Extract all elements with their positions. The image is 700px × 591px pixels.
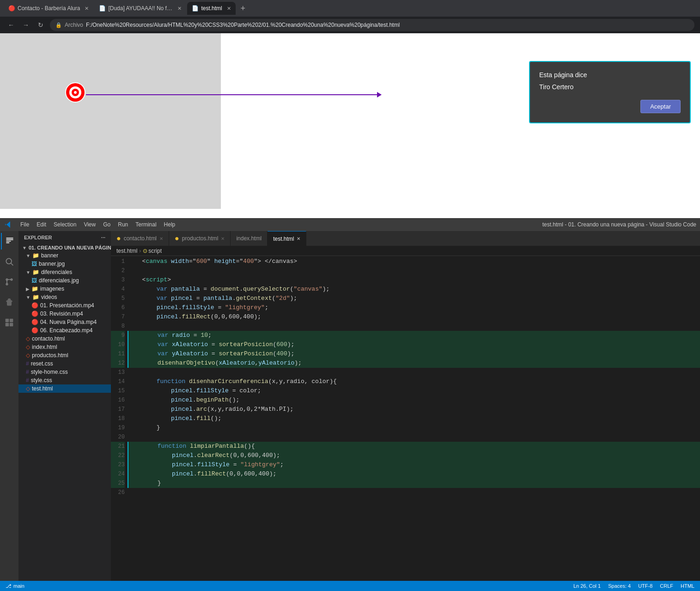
- address-url: F:/OneNote%20Resources/Alura/HTML%20y%20…: [86, 22, 400, 28]
- vscode-body: EXPLORER ··· ▼ 01. CREANDO UNA NUEVA PÁG…: [0, 231, 700, 581]
- back-button[interactable]: ←: [6, 19, 17, 30]
- file-icon-html: ◇: [26, 352, 30, 359]
- tab-contacto-label: contacto.html: [124, 235, 157, 242]
- menu-view[interactable]: View: [80, 218, 99, 231]
- file-style-home-css[interactable]: # style-home.css: [18, 368, 111, 376]
- tab-contacto-close[interactable]: ✕: [159, 236, 163, 241]
- chevron-down-icon: ▼: [22, 245, 27, 250]
- folder-banner[interactable]: ▼ 📁 banner: [18, 251, 111, 260]
- svg-point-9: [6, 283, 7, 285]
- code-lines[interactable]: <canvas width="600" height="400"> </canv…: [128, 256, 700, 581]
- file-icon-css: #: [26, 377, 29, 384]
- file-mp4-4-label: 06. Encabezado.mp4: [40, 327, 92, 334]
- menu-help[interactable]: Help: [160, 218, 179, 231]
- file-contacto-html[interactable]: ◇ contacto.html: [18, 335, 111, 343]
- statusbar-lang: HTML: [681, 583, 694, 589]
- sidebar-header-dots[interactable]: ···: [101, 235, 105, 240]
- file-productos-html[interactable]: ◇ productos.html: [18, 351, 111, 359]
- tab-2-title: [Duda] AYUDAAA!! No funciona: [108, 5, 173, 12]
- editor-tab-index[interactable]: index.html: [231, 231, 268, 246]
- tab-3[interactable]: 📄 test.html ✕: [187, 2, 235, 15]
- statusbar-branch-name: main: [13, 583, 24, 589]
- code-line-17: pincel.arc(x,y,radio,0,2*Math.PI);: [128, 405, 700, 414]
- file-diferenciales-jpg[interactable]: 🖼 diferenciales.jpg: [18, 276, 111, 285]
- file-banner-jpg[interactable]: 🖼 banner.jpg: [18, 260, 111, 268]
- file-mp4-2-label: 03. Revisión.mp4: [40, 311, 83, 317]
- activity-extensions[interactable]: [1, 314, 18, 331]
- editor-tab-test[interactable]: test.html ✕: [268, 231, 306, 246]
- reload-button[interactable]: ↻: [35, 19, 46, 30]
- tab-2[interactable]: 📄 [Duda] AYUDAAA!! No funciona ✕: [94, 2, 186, 15]
- activity-git[interactable]: [1, 274, 18, 290]
- svg-point-7: [6, 279, 7, 280]
- file-icon-mp4: 🔴: [31, 302, 38, 309]
- file-mp4-3[interactable]: 🔴 04. Nueva Página.mp4: [18, 318, 111, 326]
- new-tab-button[interactable]: +: [237, 2, 250, 15]
- file-style-css[interactable]: # style.css: [18, 376, 111, 384]
- editor-tab-productos[interactable]: ● productos.html ✕: [169, 231, 231, 246]
- tab-1[interactable]: 🔴 Contacto - Barbería Alura ✕: [4, 2, 93, 15]
- file-index-html[interactable]: ◇ index.html: [18, 343, 111, 351]
- file-reset-css[interactable]: # reset.css: [18, 359, 111, 368]
- vscode-icon: [4, 220, 13, 229]
- menu-file[interactable]: File: [17, 218, 33, 231]
- code-line-24: pincel.fillRect(0,0,600,400);: [128, 469, 700, 479]
- statusbar-encoding: UTF-8: [638, 583, 652, 589]
- project-root[interactable]: ▼ 01. CREANDO UNA NUEVA PÁGINA: [18, 244, 111, 251]
- code-line-3: <script>: [128, 275, 700, 285]
- forward-button[interactable]: →: [20, 19, 31, 30]
- activity-explorer[interactable]: [1, 233, 18, 250]
- tab-3-close[interactable]: ✕: [227, 6, 231, 12]
- statusbar-ln-col: Ln 26, Col 1: [573, 583, 601, 589]
- code-line-19: }: [128, 423, 700, 433]
- folder-icon: 📁: [31, 286, 38, 292]
- code-line-8: [128, 322, 700, 331]
- file-icon-jpg: 🖼: [31, 261, 37, 267]
- file-mp4-1[interactable]: 🔴 01. Presentación.mp4: [18, 301, 111, 310]
- menu-run[interactable]: Run: [114, 218, 132, 231]
- code-line-6: pincel.fillStyle = "lightgrey";: [128, 303, 700, 312]
- breadcrumb-file[interactable]: test.html: [116, 248, 137, 254]
- address-input[interactable]: 🔒 Archivo F:/OneNote%20Resources/Alura/H…: [50, 19, 694, 31]
- script-icon: ⊙: [143, 248, 147, 254]
- tab-2-favicon: 📄: [99, 5, 105, 12]
- canvas-arrow: [86, 92, 382, 97]
- folder-imagenes[interactable]: ▶ 📁 imagenes: [18, 285, 111, 293]
- menu-terminal[interactable]: Terminal: [132, 218, 160, 231]
- statusbar-spaces: Spaces: 4: [608, 583, 631, 589]
- file-diferenciales-jpg-label: diferenciales.jpg: [39, 277, 79, 284]
- folder-icon: 📁: [32, 252, 39, 259]
- tab-1-title: Contacto - Barbería Alura: [18, 5, 80, 12]
- address-icon: 🔒: [55, 22, 62, 28]
- menu-edit[interactable]: Edit: [33, 218, 50, 231]
- tab-3-favicon: 📄: [192, 5, 198, 12]
- line-numbers: 1 2 3 4 5 6 7 8 9 10 11 12 13 14 15 16 1: [111, 256, 128, 581]
- code-line-10: var xAleatorio = sortearPosicion(600);: [128, 340, 700, 349]
- breadcrumb-script[interactable]: script: [148, 248, 162, 254]
- tab-index-label: index.html: [236, 235, 262, 242]
- file-test-html[interactable]: ◇ test.html: [18, 384, 111, 393]
- dialog-accept-button[interactable]: Aceptar: [640, 100, 681, 113]
- file-icon-css: #: [26, 360, 29, 367]
- tab-bar: 🔴 Contacto - Barbería Alura ✕ 📄 [Duda] A…: [0, 0, 700, 17]
- statusbar: ⎇ main Ln 26, Col 1 Spaces: 4 UTF-8 CRLF…: [0, 581, 700, 591]
- code-line-11: var yAleatorio = sortearPosicion(400);: [128, 349, 700, 359]
- statusbar-branch[interactable]: ⎇ main: [6, 583, 24, 589]
- menu-go[interactable]: Go: [99, 218, 114, 231]
- tab-test-close[interactable]: ✕: [297, 236, 300, 241]
- file-mp4-2[interactable]: 🔴 03. Revisión.mp4: [18, 310, 111, 318]
- file-icon-mp4: 🔴: [31, 319, 38, 325]
- menu-selection[interactable]: Selection: [50, 218, 80, 231]
- editor-tab-contacto[interactable]: ● contacto.html ✕: [111, 231, 169, 246]
- file-mp4-4[interactable]: 🔴 06. Encabezado.mp4: [18, 326, 111, 335]
- activity-debug[interactable]: [1, 294, 18, 311]
- canvas-circle: [65, 82, 86, 105]
- folder-diferenciales[interactable]: ▼ 📁 diferenciales: [18, 268, 111, 276]
- tab-1-close[interactable]: ✕: [85, 6, 89, 12]
- tab-2-close[interactable]: ✕: [177, 6, 182, 12]
- activity-search[interactable]: [1, 253, 18, 270]
- file-productos-html-label: productos.html: [32, 352, 68, 359]
- tab-productos-close[interactable]: ✕: [221, 236, 225, 241]
- folder-videos[interactable]: ▼ 📁 videos: [18, 293, 111, 301]
- statusbar-eol: CRLF: [660, 583, 673, 589]
